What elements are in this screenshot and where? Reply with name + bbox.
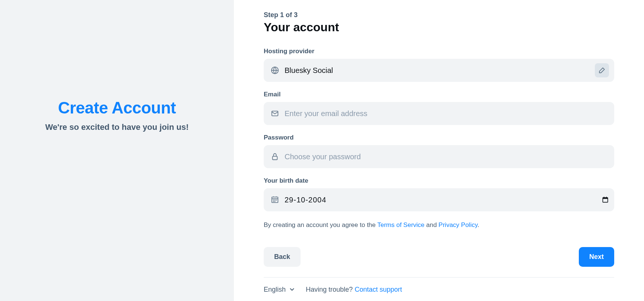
birthdate-field[interactable]: 29-10-2004 (264, 188, 614, 211)
terms-text: By creating an account you agree to the … (264, 220, 614, 230)
birthdate-value: 29-10-2004 (285, 196, 596, 204)
left-subtitle: We're so excited to have you join us! (45, 122, 188, 132)
button-row: Back Next (264, 247, 614, 267)
calendar-icon (602, 196, 609, 204)
lock-icon (270, 152, 279, 161)
terms-of-service-link[interactable]: Terms of Service (377, 221, 425, 228)
support-text: Having trouble? Contact support (306, 286, 402, 294)
svg-point-6 (276, 200, 276, 200)
edit-hosting-button[interactable] (595, 63, 609, 77)
birthdate-label: Your birth date (264, 177, 614, 185)
svg-rect-2 (273, 156, 277, 160)
terms-and: and (425, 221, 439, 228)
email-label: Email (264, 91, 614, 98)
svg-point-7 (273, 201, 274, 202)
contact-support-link[interactable]: Contact support (355, 286, 402, 293)
terms-prefix: By creating an account you agree to the (264, 221, 377, 228)
right-panel: Step 1 of 3 Your account Hosting provide… (234, 0, 644, 301)
back-button[interactable]: Back (264, 247, 301, 267)
page-title: Your account (264, 20, 614, 34)
calendar-grid-icon (270, 195, 279, 204)
mail-icon (270, 109, 279, 118)
privacy-policy-link[interactable]: Privacy Policy (438, 221, 478, 228)
next-button[interactable]: Next (579, 247, 614, 267)
left-title-heading: Create Account (58, 99, 176, 117)
signup-form: Hosting provider Bluesky Social Email (264, 48, 614, 301)
svg-point-5 (275, 200, 275, 200)
password-label: Password (264, 134, 614, 141)
language-label: English (264, 286, 286, 294)
pencil-icon (598, 67, 606, 74)
email-field-wrapper (264, 102, 614, 125)
hosting-provider-field[interactable]: Bluesky Social (264, 59, 614, 82)
svg-point-8 (275, 201, 275, 202)
password-input[interactable] (285, 153, 609, 161)
footer-row: English Having trouble? Contact support (264, 286, 614, 301)
hosting-provider-value: Bluesky Social (285, 66, 590, 75)
email-input[interactable] (285, 109, 609, 118)
terms-suffix: . (478, 221, 479, 228)
globe-icon (270, 66, 279, 75)
svg-point-4 (273, 200, 274, 200)
footer-divider (264, 277, 614, 278)
chevron-down-icon (289, 286, 295, 293)
app-root: Create Account We're so excited to have … (0, 0, 644, 301)
hosting-label: Hosting provider (264, 48, 614, 55)
password-field-wrapper (264, 145, 614, 168)
language-selector[interactable]: English (264, 286, 295, 294)
left-panel: Create Account We're so excited to have … (0, 0, 234, 301)
trouble-prefix: Having trouble? (306, 286, 355, 293)
step-indicator: Step 1 of 3 (264, 11, 614, 19)
